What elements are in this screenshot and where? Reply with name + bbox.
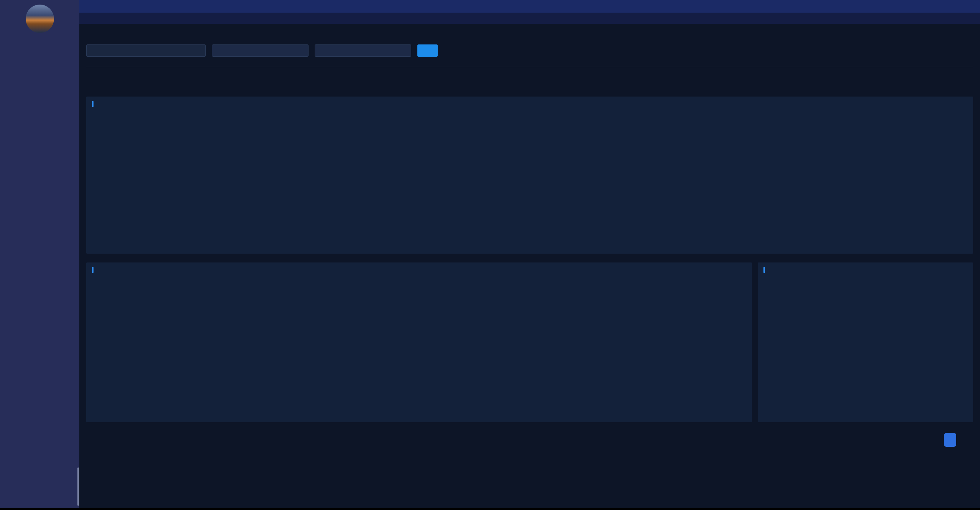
date-range-input[interactable]: [86, 44, 206, 57]
payment-ratio-panel: [758, 262, 973, 422]
sliders-icon: [947, 436, 954, 443]
chevron-down-icon: [402, 48, 407, 53]
payment-donut-chart: [758, 262, 973, 422]
query-bar: [86, 44, 973, 57]
panel-title: [92, 101, 97, 107]
title-marker: [763, 267, 765, 273]
sidebar-scrollbar[interactable]: [77, 467, 79, 506]
revenue-curve-panel: [86, 97, 973, 254]
calendar-icon: [153, 48, 158, 54]
collapse-sidebar-icon[interactable]: [85, 3, 92, 10]
header: [79, 0, 980, 13]
chevron-down-icon: [299, 48, 304, 53]
avatar: [26, 5, 54, 33]
panel-title: [92, 267, 97, 273]
report-table-panel: [86, 262, 752, 422]
station-select[interactable]: [212, 44, 309, 57]
divider: [86, 67, 973, 67]
bottom-row: [86, 262, 973, 422]
search-button[interactable]: [417, 44, 438, 57]
window-bottom-edge: [0, 508, 980, 510]
panel-title: [763, 267, 768, 273]
settings-fab[interactable]: [944, 433, 956, 447]
search-icon: [424, 48, 429, 53]
pile-select[interactable]: [315, 44, 411, 57]
title-marker: [92, 101, 94, 107]
sidebar-nav: [0, 54, 79, 510]
main-content: [79, 24, 980, 510]
sidebar: [0, 0, 79, 510]
title-marker: [92, 267, 94, 273]
tab-bar: [79, 13, 980, 24]
revenue-line-chart: [86, 97, 973, 254]
